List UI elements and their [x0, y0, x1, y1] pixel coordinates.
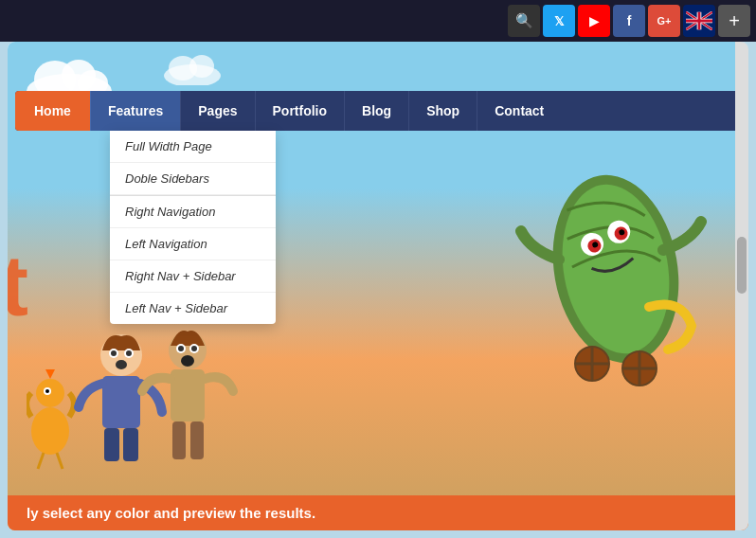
svg-point-26: [45, 389, 49, 393]
edge-letter: t: [8, 243, 28, 329]
svg-point-43: [181, 355, 194, 367]
scrollbar-thumb[interactable]: [737, 237, 747, 294]
dropdown-item-double-sidebars[interactable]: Doble Sidebars: [110, 163, 276, 195]
bottom-banner-text: ly select any color and preview the resu…: [27, 505, 315, 521]
svg-rect-36: [104, 428, 119, 461]
svg-point-42: [191, 346, 197, 351]
dropdown-item-right-navigation[interactable]: Right Navigation: [110, 196, 276, 228]
nav-contact[interactable]: Contact: [477, 91, 561, 131]
svg-rect-44: [171, 369, 205, 421]
nav-pages[interactable]: Pages: [180, 91, 254, 131]
svg-rect-46: [190, 421, 204, 459]
svg-rect-45: [172, 421, 186, 459]
nav-shop[interactable]: Shop: [408, 91, 477, 131]
nav-features[interactable]: Features: [90, 91, 180, 131]
nav-blog[interactable]: Blog: [344, 91, 408, 131]
svg-line-28: [57, 453, 63, 469]
facebook-icon[interactable]: f: [613, 5, 645, 37]
main-content-area: Home Features Pages Portfolio Blog Shop …: [8, 42, 748, 530]
svg-point-7: [189, 55, 214, 78]
nav-home[interactable]: Home: [15, 91, 90, 131]
bottom-banner: ly select any color and preview the resu…: [8, 495, 748, 530]
dropdown-item-left-nav-sidebar[interactable]: Left Nav + Sidebar: [110, 293, 276, 324]
dropdown-item-full-width[interactable]: Full Width Page: [110, 131, 276, 163]
svg-line-27: [38, 453, 44, 469]
svg-point-33: [126, 350, 132, 356]
svg-rect-35: [102, 376, 140, 428]
google-plus-icon[interactable]: G+: [648, 5, 680, 37]
youtube-icon[interactable]: ▶: [578, 5, 610, 37]
search-icon[interactable]: 🔍: [508, 5, 540, 37]
svg-point-22: [31, 407, 69, 455]
twitter-icon[interactable]: 𝕏: [543, 5, 575, 37]
svg-marker-24: [45, 369, 55, 379]
plus-icon[interactable]: +: [718, 5, 750, 37]
dropdown-item-right-nav-sidebar[interactable]: Right Nav + Sidebar: [110, 260, 276, 293]
cloud-2: [159, 49, 225, 89]
nav-portfolio[interactable]: Portfolio: [255, 91, 345, 131]
nav-bar: Home Features Pages Portfolio Blog Shop …: [15, 91, 741, 131]
svg-point-41: [178, 346, 184, 351]
svg-point-32: [111, 350, 117, 356]
veg-character: [502, 117, 729, 430]
top-bar: 🔍 𝕏 ▶ f G+ +: [0, 0, 756, 42]
svg-rect-37: [123, 428, 138, 461]
dropdown-menu: Full Width Page Doble Sidebars Right Nav…: [110, 131, 276, 324]
flag-icon[interactable]: [683, 5, 715, 37]
svg-point-34: [116, 360, 127, 369]
dropdown-item-left-navigation[interactable]: Left Navigation: [110, 228, 276, 260]
